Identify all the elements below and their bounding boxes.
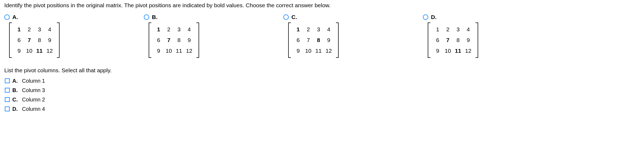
matrix-row: 1234 — [433, 24, 473, 35]
matrix-cell: 2 — [303, 24, 313, 35]
matrix-cell: 8 — [174, 35, 184, 45]
bracket-left-icon — [149, 22, 151, 58]
matrix-cell: 4 — [324, 24, 334, 35]
checkbox-letter: A. — [12, 78, 18, 84]
matrix-cell: 3 — [174, 24, 184, 35]
matrix-cell: 10 — [443, 45, 453, 56]
matrix-cell: 10 — [303, 45, 313, 56]
matrix-cell: 9 — [293, 45, 303, 56]
checkbox-option[interactable]: C.Column 2 — [5, 97, 640, 103]
matrix-cell: 3 — [453, 24, 463, 35]
checkbox-icon[interactable] — [5, 88, 10, 93]
matrix-cell: 12 — [184, 45, 194, 56]
matrix: 123467899101112 — [428, 22, 478, 58]
multiple-choice-options: A.123467899101112B.123467899101112C.1234… — [4, 14, 640, 59]
checkbox-icon[interactable] — [5, 78, 10, 83]
option-b: B.123467899101112 — [144, 14, 283, 59]
matrix-cell: 2 — [164, 24, 174, 35]
checkbox-icon[interactable] — [5, 107, 10, 111]
matrix-cell: 11 — [34, 45, 45, 56]
matrix-cell: 1 — [293, 24, 303, 35]
matrix-cell: 7 — [24, 35, 34, 45]
radio-button[interactable] — [144, 14, 149, 20]
matrix: 123467899101112 — [9, 22, 60, 58]
matrix-cell: 8 — [313, 35, 324, 45]
matrix-rows: 123467899101112 — [13, 22, 56, 58]
checkbox-letter: B. — [12, 87, 18, 93]
option-header[interactable]: C. — [283, 14, 423, 20]
checkbox-label: Column 4 — [22, 106, 45, 112]
matrix-cell: 6 — [14, 35, 24, 45]
matrix-cell: 11 — [313, 45, 324, 56]
matrix-cell: 1 — [433, 24, 443, 35]
option-a: A.123467899101112 — [4, 14, 144, 59]
matrix-cell: 7 — [164, 35, 174, 45]
option-header[interactable]: D. — [423, 14, 562, 20]
bracket-left-icon — [9, 22, 12, 58]
matrix-cell: 10 — [24, 45, 34, 56]
checkbox-label: Column 1 — [22, 78, 45, 84]
radio-button[interactable] — [423, 14, 428, 20]
matrix-cell: 2 — [24, 24, 34, 35]
checkbox-option[interactable]: D.Column 4 — [5, 106, 640, 112]
sub-question-prompt: List the pivot columns. Select all that … — [4, 67, 640, 74]
option-header[interactable]: A. — [4, 14, 144, 20]
matrix-row: 9101112 — [14, 45, 55, 56]
matrix-cell: 10 — [164, 45, 174, 56]
matrix-row: 1234 — [293, 24, 334, 35]
matrix: 123467899101112 — [288, 22, 339, 58]
option-letter: B. — [152, 14, 158, 20]
matrix-cell: 12 — [324, 45, 334, 56]
matrix-rows: 123467899101112 — [431, 22, 474, 58]
checkbox-label: Column 2 — [22, 97, 45, 103]
matrix-cell: 9 — [153, 45, 164, 56]
matrix-cell: 6 — [293, 35, 303, 45]
bracket-right-icon — [475, 22, 478, 58]
question-prompt: Identify the pivot positions in the orig… — [4, 2, 640, 9]
matrix-row: 9101112 — [433, 45, 473, 56]
matrix-cell: 1 — [14, 24, 24, 35]
checkbox-option-list: A.Column 1B.Column 3C.Column 2D.Column 4 — [5, 78, 640, 112]
matrix-cell: 9 — [463, 35, 473, 45]
matrix-cell: 12 — [463, 45, 473, 56]
matrix-row: 6789 — [153, 35, 194, 45]
radio-button[interactable] — [4, 14, 10, 20]
bracket-right-icon — [196, 22, 199, 58]
matrix-cell: 8 — [34, 35, 45, 45]
matrix-cell: 12 — [45, 45, 55, 56]
matrix-rows: 123467899101112 — [152, 22, 195, 58]
checkbox-option[interactable]: A.Column 1 — [5, 78, 640, 84]
matrix-cell: 9 — [433, 45, 443, 56]
bracket-left-icon — [288, 22, 291, 58]
matrix-cell: 2 — [443, 24, 453, 35]
checkbox-option[interactable]: B.Column 3 — [5, 87, 640, 93]
option-c: C.123467899101112 — [283, 14, 423, 59]
matrix-cell: 11 — [174, 45, 184, 56]
matrix-cell: 9 — [45, 35, 55, 45]
matrix-cell: 4 — [463, 24, 473, 35]
matrix-cell: 11 — [453, 45, 463, 56]
matrix-row: 6789 — [14, 35, 55, 45]
matrix-row: 9101112 — [293, 45, 334, 56]
matrix-cell: 7 — [303, 35, 313, 45]
matrix-cell: 6 — [153, 35, 164, 45]
option-header[interactable]: B. — [144, 14, 283, 20]
matrix-cell: 9 — [14, 45, 24, 56]
option-letter: A. — [12, 14, 18, 20]
option-letter: D. — [431, 14, 437, 20]
bracket-right-icon — [57, 22, 60, 58]
checkbox-letter: D. — [12, 106, 18, 112]
matrix-cell: 7 — [443, 35, 453, 45]
bracket-right-icon — [336, 22, 339, 58]
matrix-cell: 3 — [313, 24, 324, 35]
matrix-cell: 4 — [45, 24, 55, 35]
radio-button[interactable] — [283, 14, 289, 20]
matrix-row: 1234 — [14, 24, 55, 35]
matrix: 123467899101112 — [149, 22, 199, 58]
bracket-left-icon — [428, 22, 430, 58]
matrix-cell: 4 — [184, 24, 194, 35]
option-d: D.123467899101112 — [423, 14, 562, 59]
checkbox-icon[interactable] — [5, 97, 10, 102]
matrix-row: 6789 — [433, 35, 473, 45]
matrix-row: 9101112 — [153, 45, 194, 56]
